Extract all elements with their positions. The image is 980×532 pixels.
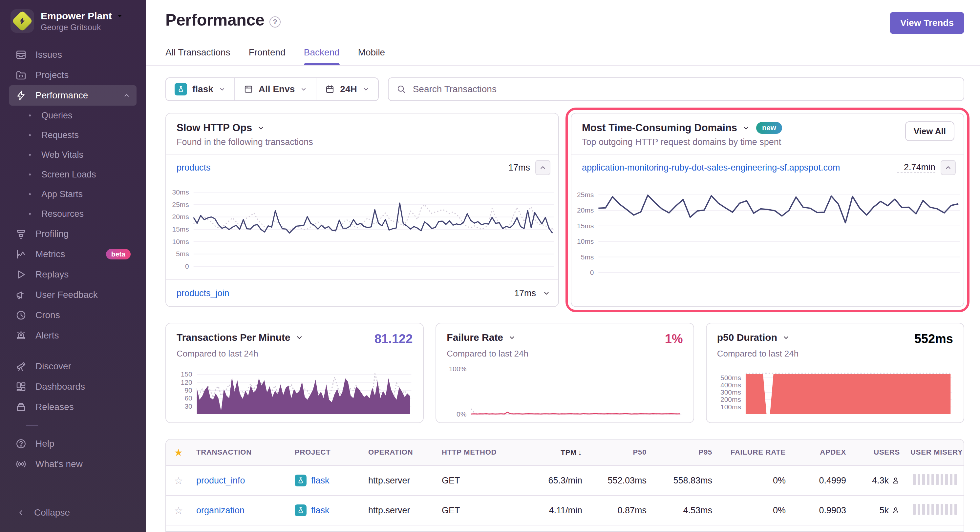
tab-backend[interactable]: Backend xyxy=(304,47,340,65)
col-p95[interactable]: P95 xyxy=(652,448,718,457)
collapse-row-button[interactable] xyxy=(940,160,956,175)
project-cell[interactable]: flask xyxy=(290,475,363,486)
p50-duration-subtitle: Compared to last 24h xyxy=(717,349,953,359)
sidebar-item-replays[interactable]: Replays xyxy=(9,264,137,285)
sidebar-item-issues[interactable]: Issues xyxy=(9,44,137,65)
environment-filter[interactable]: All Envs xyxy=(234,78,316,100)
sidebar-item-help[interactable]: Help xyxy=(9,434,137,454)
view-trends-button[interactable]: View Trends xyxy=(890,12,964,34)
help-tooltip-icon[interactable]: ? xyxy=(269,16,281,27)
transaction-link[interactable]: organization xyxy=(196,505,245,515)
transaction-link[interactable]: product_info xyxy=(196,476,245,486)
time-consuming-domains-panel: Most Time-Consuming Domains new Top outg… xyxy=(571,113,964,307)
svg-text:5ms: 5ms xyxy=(176,250,189,257)
project-link[interactable]: flask xyxy=(311,476,329,486)
star-toggle[interactable]: ☆ xyxy=(166,505,191,516)
chevron-down-icon[interactable] xyxy=(508,333,516,342)
slow-http-ops-title[interactable]: Slow HTTP Ops xyxy=(177,122,252,134)
col-http-method[interactable]: HTTP METHOD xyxy=(436,448,514,457)
failure-rate-title[interactable]: Failure Rate xyxy=(447,332,503,343)
sidebar-item-label: Dashboards xyxy=(35,381,85,392)
col-transaction[interactable]: TRANSACTION xyxy=(191,448,290,457)
chevron-down-icon[interactable] xyxy=(742,124,750,132)
tab-all-transactions[interactable]: All Transactions xyxy=(165,47,231,65)
help-question-icon xyxy=(15,438,27,450)
users-cell: 4.3k xyxy=(857,476,900,486)
bullet-icon xyxy=(29,134,31,136)
sidebar-item-app-starts[interactable]: App Starts xyxy=(9,184,137,204)
project-filter[interactable]: flask xyxy=(166,78,234,100)
domains-chart[interactable]: 25ms20ms15ms10ms5ms0 xyxy=(574,185,961,284)
sidebar-item-user-feedback[interactable]: User Feedback xyxy=(9,285,137,305)
sidebar-item-discover[interactable]: Discover xyxy=(9,356,137,376)
slow-http-ops-chart[interactable]: 30ms25ms20ms15ms10ms5ms0 xyxy=(169,183,556,278)
domain-time-spent[interactable]: 2.74min xyxy=(897,162,935,173)
person-icon xyxy=(891,476,900,485)
environment-filter-value: All Envs xyxy=(259,84,295,94)
chevron-down-icon[interactable] xyxy=(542,289,550,297)
sidebar-item-label: Metrics xyxy=(35,249,65,259)
sidebar-item-alerts[interactable]: Alerts xyxy=(9,326,137,346)
tab-frontend[interactable]: Frontend xyxy=(249,47,286,65)
products-link[interactable]: products xyxy=(177,163,211,173)
domains-title[interactable]: Most Time-Consuming Domains xyxy=(582,122,737,134)
sidebar-item-queries[interactable]: Queries xyxy=(9,106,137,125)
sidebar-item-dashboards[interactable]: Dashboards xyxy=(9,376,137,397)
broadcast-icon xyxy=(15,458,27,470)
sidebar-item-profiling[interactable]: Profiling xyxy=(9,224,137,244)
products-join-link[interactable]: products_join xyxy=(177,288,229,299)
col-user-misery[interactable]: USER MISERY xyxy=(905,448,964,457)
sidebar-item-screen-loads[interactable]: Screen Loads xyxy=(9,165,137,184)
tab-mobile[interactable]: Mobile xyxy=(358,47,385,65)
project-link[interactable]: flask xyxy=(311,505,329,516)
org-switcher[interactable]: Empower Plant George Gritsouk xyxy=(9,8,137,33)
search-input[interactable] xyxy=(412,83,956,95)
tpm-value: 81.122 xyxy=(374,332,412,346)
chevron-down-icon[interactable] xyxy=(257,124,265,132)
sidebar-item-metrics[interactable]: Metrics beta xyxy=(9,244,137,264)
sidebar-collapse-button[interactable]: Collapse xyxy=(9,502,137,523)
sidebar-subitem-label: Web Vitals xyxy=(41,150,83,160)
sidebar-item-web-vitals[interactable]: Web Vitals xyxy=(9,145,137,165)
view-all-button[interactable]: View All xyxy=(905,121,955,141)
tpm-title[interactable]: Transactions Per Minute xyxy=(177,332,290,343)
col-failure-rate[interactable]: FAILURE RATE xyxy=(718,448,791,457)
col-users[interactable]: USERS xyxy=(851,448,905,457)
chevron-down-icon xyxy=(362,86,369,93)
col-project[interactable]: PROJECT xyxy=(290,448,363,457)
p50-duration-chart[interactable]: 500ms400ms300ms200ms100ms xyxy=(717,364,953,419)
col-p50[interactable]: P50 xyxy=(587,448,652,457)
chevron-down-icon[interactable] xyxy=(295,333,304,342)
svg-text:30: 30 xyxy=(185,402,192,410)
sidebar-item-crons[interactable]: Crons xyxy=(9,305,137,326)
sidebar-item-whats-new[interactable]: What's new xyxy=(9,454,137,474)
col-tpm-sorted[interactable]: TPM↓ xyxy=(514,448,587,457)
project-filter-value: flask xyxy=(192,84,213,94)
tpm-cell: 65.3/min xyxy=(514,476,587,486)
star-icon[interactable]: ★ xyxy=(166,447,191,458)
chevron-down-icon[interactable] xyxy=(782,333,790,342)
project-cell[interactable]: flask xyxy=(290,505,363,516)
tpm-cell: 4.11/min xyxy=(514,505,587,516)
window-icon xyxy=(243,84,253,94)
apdex-cell: 0.4999 xyxy=(791,476,851,486)
date-range-filter[interactable]: 24H xyxy=(316,78,378,100)
domain-link[interactable]: application-monitoring-ruby-dot-sales-en… xyxy=(582,163,840,173)
slow-http-ops-subtitle: Found in the following transactions xyxy=(177,137,548,147)
col-apdex[interactable]: APDEX xyxy=(791,448,851,457)
col-operation[interactable]: OPERATION xyxy=(363,448,436,457)
svg-text:0: 0 xyxy=(590,268,594,276)
failure-rate-chart[interactable]: 100%0% xyxy=(447,364,682,419)
table-row: ☆ product_info flask http.server GET 65.… xyxy=(166,466,964,495)
sidebar-item-projects[interactable]: Projects xyxy=(9,65,137,85)
collapse-row-button[interactable] xyxy=(535,160,550,175)
sidebar-item-performance[interactable]: Performance xyxy=(9,85,137,106)
sidebar-item-releases[interactable]: Releases xyxy=(9,397,137,417)
calendar-icon xyxy=(325,84,335,94)
sidebar-item-resources[interactable]: Resources xyxy=(9,204,137,224)
star-toggle[interactable]: ☆ xyxy=(166,475,191,486)
siren-icon xyxy=(15,330,27,341)
tpm-chart[interactable]: 150120906030 xyxy=(177,364,412,419)
sidebar-item-requests[interactable]: Requests xyxy=(9,125,137,145)
p50-duration-title[interactable]: p50 Duration xyxy=(717,332,777,343)
